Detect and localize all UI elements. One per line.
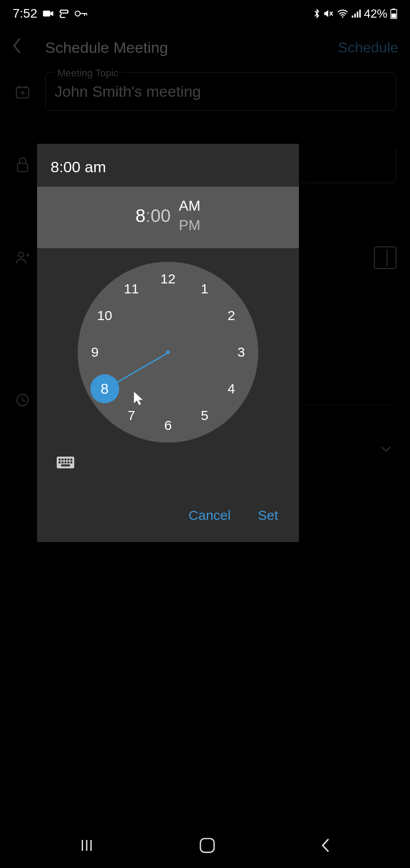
clock-hour-8[interactable]: 8 <box>90 374 119 403</box>
svg-rect-21 <box>61 462 63 463</box>
battery-percent: 42% <box>364 7 387 21</box>
svg-rect-4 <box>354 14 356 18</box>
clock-hour-2[interactable]: 2 <box>221 306 241 326</box>
svg-rect-17 <box>65 458 66 460</box>
clock-hour-9[interactable]: 9 <box>85 342 105 362</box>
add-user-icon <box>14 249 32 267</box>
camera-icon <box>42 9 54 18</box>
lock-icon <box>14 156 32 174</box>
clock-hour-12[interactable]: 12 <box>158 269 178 289</box>
svg-rect-11 <box>18 164 28 172</box>
chevron-down-icon[interactable] <box>380 441 392 456</box>
schedule-button[interactable]: Schedule <box>338 39 398 56</box>
svg-point-2 <box>342 16 343 18</box>
status-right: 42% <box>313 7 397 21</box>
clock-hour-5[interactable]: 5 <box>195 406 214 425</box>
ampm-toggle: AM PM <box>179 198 200 234</box>
svg-rect-5 <box>357 12 358 18</box>
mute-icon <box>323 9 334 19</box>
svg-rect-6 <box>359 9 361 18</box>
svg-rect-15 <box>59 458 61 460</box>
time-picker-title: 8:00 am <box>37 144 299 187</box>
modal-actions: Cancel Set <box>37 480 299 542</box>
am-option[interactable]: AM <box>179 198 200 214</box>
svg-rect-19 <box>70 458 72 460</box>
app-header: Schedule Meeting Schedule <box>0 27 410 68</box>
status-time: 7:52 <box>13 6 37 21</box>
topic-input[interactable]: Meeting Topic John Smith's meeting <box>45 72 396 111</box>
clock-hour-6[interactable]: 6 <box>158 415 178 435</box>
clock-face[interactable]: 121234567891011 <box>78 262 258 443</box>
svg-rect-23 <box>67 462 69 463</box>
cast-icon <box>58 9 70 18</box>
bluetooth-icon <box>313 8 321 19</box>
cancel-button[interactable]: Cancel <box>189 508 231 523</box>
svg-point-12 <box>19 252 23 257</box>
clock-hour-11[interactable]: 11 <box>121 279 141 299</box>
wifi-icon <box>337 9 349 18</box>
hour-value[interactable]: 8 <box>135 206 145 226</box>
clock-hour-4[interactable]: 4 <box>221 379 241 399</box>
minute-value[interactable]: 00 <box>150 206 171 226</box>
time-digits: 8:00 <box>135 206 171 226</box>
recent-apps-button[interactable] <box>79 837 95 854</box>
svg-rect-16 <box>61 458 63 460</box>
svg-rect-26 <box>200 839 214 852</box>
panel-icon[interactable] <box>374 246 396 269</box>
svg-rect-8 <box>392 9 396 9</box>
back-icon[interactable] <box>12 37 32 58</box>
home-button[interactable] <box>198 836 217 855</box>
calendar-add-icon <box>14 83 32 101</box>
status-left: 7:52 <box>13 6 88 21</box>
svg-rect-22 <box>65 462 66 463</box>
battery-icon <box>390 8 397 19</box>
clock-area: 121234567891011 <box>37 248 299 480</box>
topic-row: Meeting Topic John Smith's meeting <box>14 72 396 111</box>
svg-point-1 <box>75 11 80 16</box>
clock-icon <box>14 391 32 409</box>
topic-value: John Smith's meeting <box>55 83 387 100</box>
svg-rect-18 <box>67 458 69 460</box>
time-display: 8:00 AM PM <box>37 187 299 248</box>
clock-hour-1[interactable]: 1 <box>195 279 214 299</box>
clock-hour-3[interactable]: 3 <box>231 342 251 362</box>
back-button[interactable] <box>320 837 331 854</box>
status-bar: 7:52 42% <box>0 0 410 27</box>
time-separator: : <box>145 206 150 226</box>
svg-rect-20 <box>59 462 61 463</box>
pm-option[interactable]: PM <box>179 217 200 234</box>
svg-rect-9 <box>391 14 396 18</box>
svg-rect-24 <box>70 462 72 463</box>
topic-label: Meeting Topic <box>54 67 122 79</box>
keyboard-icon[interactable] <box>56 456 75 471</box>
page-title: Schedule Meeting <box>32 39 338 57</box>
clock-hour-7[interactable]: 7 <box>121 406 141 425</box>
clock-center <box>166 350 170 354</box>
time-picker-modal: 8:00 am 8:00 AM PM 121234567891011 Cance… <box>37 144 299 542</box>
vpn-icon <box>75 10 88 17</box>
signal-icon <box>351 9 361 18</box>
set-button[interactable]: Set <box>258 508 278 523</box>
clock-hour-10[interactable]: 10 <box>95 306 115 326</box>
svg-rect-3 <box>352 15 353 17</box>
svg-rect-25 <box>61 464 70 466</box>
nav-bar <box>0 823 410 868</box>
svg-rect-0 <box>43 11 50 17</box>
